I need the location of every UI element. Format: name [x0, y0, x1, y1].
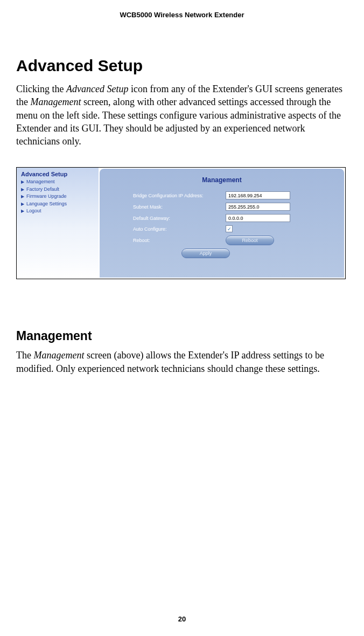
label-auto-configure: Auto Configure:	[133, 226, 226, 232]
label-bridge-ip: Bridge Configuration IP Address:	[133, 193, 226, 198]
checkbox-auto-configure[interactable]: ✓	[226, 225, 233, 232]
input-subnet-mask[interactable]	[226, 203, 290, 211]
section-title-management: Management	[16, 329, 348, 343]
text-italic: Management	[31, 96, 81, 107]
sidebar-item-language-settings[interactable]: ▶ Language Settings	[21, 201, 95, 208]
section-title-advanced-setup: Advanced Setup	[16, 57, 348, 75]
chevron-right-icon: ▶	[21, 201, 24, 208]
chevron-right-icon: ▶	[21, 193, 24, 200]
gui-sidebar: Advanced Setup ▶ Management ▶ Factory De…	[17, 168, 99, 279]
sidebar-item-logout[interactable]: ▶ Logout	[21, 208, 95, 215]
sidebar-item-label: Language Settings	[26, 201, 67, 208]
gui-panel-title: Management	[109, 176, 334, 184]
label-default-gateway: Default Gateway:	[133, 216, 226, 221]
sidebar-item-factory-default[interactable]: ▶ Factory Default	[21, 186, 95, 193]
chevron-right-icon: ▶	[21, 179, 24, 185]
text-fragment: The	[16, 350, 33, 361]
input-bridge-ip[interactable]	[226, 191, 290, 199]
sidebar-item-label: Management	[26, 178, 55, 186]
reboot-button[interactable]: Reboot	[226, 236, 274, 245]
sidebar-item-label: Logout	[26, 208, 41, 215]
text-italic: Advanced Setup	[66, 84, 128, 94]
text-italic: Management	[33, 350, 84, 361]
advanced-setup-paragraph: Clicking the Advanced Setup icon from an…	[16, 82, 348, 148]
chevron-right-icon: ▶	[21, 186, 24, 193]
management-screenshot: Advanced Setup ▶ Management ▶ Factory De…	[16, 167, 346, 279]
apply-button[interactable]: Apply	[181, 248, 230, 258]
sidebar-item-label: Factory Default	[26, 186, 59, 193]
label-reboot: Reboot:	[133, 238, 226, 243]
label-subnet-mask: Subnet Mask:	[133, 204, 226, 210]
page-number: 20	[0, 615, 364, 623]
gui-sidebar-title: Advanced Setup	[21, 171, 95, 177]
sidebar-item-management[interactable]: ▶ Management	[21, 178, 95, 186]
sidebar-item-label: Firmware Upgrade	[26, 193, 67, 201]
sidebar-item-firmware-upgrade[interactable]: ▶ Firmware Upgrade	[21, 193, 95, 201]
management-paragraph: The Management screen (above) allows the…	[16, 349, 348, 375]
input-default-gateway[interactable]	[226, 214, 290, 222]
chevron-right-icon: ▶	[21, 208, 24, 215]
gui-main-panel: Management Bridge Configuration IP Addre…	[100, 169, 344, 278]
checkmark-icon: ✓	[227, 226, 232, 232]
text-fragment: Clicking the	[16, 84, 66, 94]
running-header: WCB5000 Wireless Network Extender	[16, 11, 348, 19]
